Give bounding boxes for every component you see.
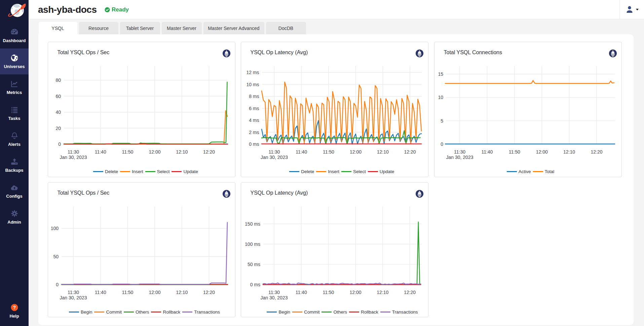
svg-text:11:50: 11:50 [122,149,133,155]
svg-text:Jan 30, 2023: Jan 30, 2023 [260,295,288,300]
svg-text:12:20: 12:20 [404,290,415,295]
svg-text:6 ms: 6 ms [249,105,259,111]
svg-text:80: 80 [55,77,61,83]
svg-text:12 ms: 12 ms [246,70,259,75]
svg-text:Jan 30, 2023: Jan 30, 2023 [261,155,288,160]
svg-text:12:10: 12:10 [176,149,188,155]
svg-text:12:10: 12:10 [176,290,188,295]
svg-text:11:30: 11:30 [68,149,79,155]
svg-text:11:50: 11:50 [323,149,334,155]
svg-text:100: 100 [50,226,59,231]
svg-text:10 ms: 10 ms [246,82,259,87]
svg-text:12:00: 12:00 [149,290,160,295]
svg-text:0: 0 [58,141,61,147]
svg-text:0 ms: 0 ms [250,282,260,287]
svg-text:Jan 30, 2023: Jan 30, 2023 [60,155,87,160]
svg-text:50: 50 [53,254,59,259]
svg-text:8 ms: 8 ms [249,94,259,99]
svg-text:11:40: 11:40 [94,290,106,295]
svg-text:12:20: 12:20 [203,149,215,155]
svg-text:11:50: 11:50 [323,290,334,295]
svg-text:12:00: 12:00 [349,290,361,295]
svg-text:150 ms: 150 ms [245,221,260,227]
svg-text:10: 10 [438,95,443,100]
svg-text:100 ms: 100 ms [245,241,260,247]
svg-text:50 ms: 50 ms [247,262,260,267]
svg-text:0: 0 [56,282,59,287]
svg-text:12:10: 12:10 [563,149,575,155]
svg-text:12:00: 12:00 [536,149,547,155]
svg-text:2 ms: 2 ms [249,129,259,135]
svg-text:0: 0 [441,141,443,147]
svg-text:60: 60 [55,93,61,99]
svg-text:11:40: 11:40 [481,149,493,155]
svg-text:12:20: 12:20 [404,149,416,155]
svg-text:?: ? [13,305,16,310]
svg-text:20: 20 [55,125,61,131]
svg-text:11:30: 11:30 [268,149,280,155]
svg-text:11:40: 11:40 [295,290,307,295]
svg-text:11:30: 11:30 [268,290,280,295]
svg-text:11:30: 11:30 [68,290,79,295]
svg-text:12:00: 12:00 [350,149,362,155]
svg-text:11:40: 11:40 [296,149,307,155]
svg-text:11:50: 11:50 [122,290,133,295]
svg-text:Jan 30, 2023: Jan 30, 2023 [60,295,87,300]
svg-text:40: 40 [55,109,61,115]
svg-text:15: 15 [438,71,443,77]
svg-text:12:20: 12:20 [203,290,215,295]
svg-text:12:00: 12:00 [149,149,160,155]
svg-text:11:30: 11:30 [454,149,465,155]
svg-text:0 ms: 0 ms [249,141,259,147]
svg-text:12:10: 12:10 [377,290,388,295]
svg-text:11:50: 11:50 [508,149,520,155]
svg-text:11:40: 11:40 [94,149,106,155]
svg-text:Jan 30, 2023: Jan 30, 2023 [446,155,473,160]
svg-text:5: 5 [441,118,443,123]
svg-text:12:10: 12:10 [377,149,388,155]
svg-text:4 ms: 4 ms [249,118,259,123]
svg-text:12:20: 12:20 [591,149,602,155]
